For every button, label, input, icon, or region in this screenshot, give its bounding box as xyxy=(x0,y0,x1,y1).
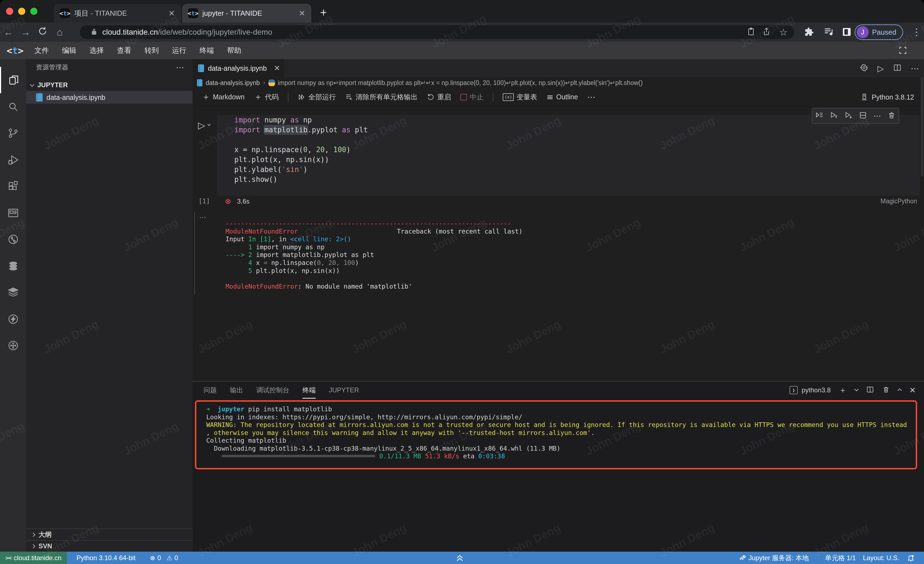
close-editor-tab-icon[interactable]: ✕ xyxy=(274,64,280,73)
menu-item-7[interactable]: 帮助 xyxy=(220,46,248,55)
extensions-puzzle-icon[interactable] xyxy=(804,27,814,38)
split-terminal-icon[interactable] xyxy=(866,386,874,394)
menu-item-6[interactable]: 终端 xyxy=(193,46,220,55)
database-icon[interactable] xyxy=(0,253,26,279)
layers-icon[interactable] xyxy=(0,279,26,306)
source-control-icon[interactable] xyxy=(0,120,26,146)
fullscreen-icon[interactable] xyxy=(899,46,907,56)
cell-more-icon[interactable]: ⋯ xyxy=(873,111,881,120)
breadcrumb[interactable]: data-analysis.ipynb › import numpy as np… xyxy=(192,77,924,88)
kill-terminal-icon[interactable] xyxy=(882,386,890,394)
oline: Input In [1], in <cell line: 2>() xyxy=(225,235,918,243)
home-icon[interactable]: ⌂ xyxy=(51,26,68,38)
extensions-icon[interactable] xyxy=(0,173,26,200)
run-all-button[interactable]: 全部运行 xyxy=(298,92,336,102)
jupyter-server-status[interactable]: Jupyter 服务器: 本地 xyxy=(739,552,809,564)
back-icon[interactable]: ← xyxy=(0,26,17,38)
reload-icon[interactable] xyxy=(34,26,51,38)
editor-tab-notebook[interactable]: data-analysis.ipynb ✕ xyxy=(192,59,284,77)
menu-item-2[interactable]: 选择 xyxy=(83,46,110,55)
terminal-output[interactable]: ➜ jupyter pip install matplotlibLooking … xyxy=(206,405,907,460)
browser-profile-button[interactable]: J Paused xyxy=(855,24,903,40)
close-window-button[interactable] xyxy=(6,8,13,15)
kernel-picker[interactable]: Python 3.8.12 xyxy=(860,88,914,106)
run-cells-below-icon[interactable] xyxy=(844,111,853,120)
cell-code-editor[interactable]: import numpy as npimport matplotlib.pypl… xyxy=(217,115,920,196)
panel-tab-2[interactable]: 调试控制台 xyxy=(256,382,289,399)
execution-count: [1] xyxy=(198,197,210,205)
svn-section[interactable]: SVN xyxy=(26,540,192,552)
remote-indicator[interactable]: >< cloud.titanide.cn xyxy=(0,552,67,564)
notebook-settings-gear-icon[interactable] xyxy=(860,63,868,73)
close-panel-icon[interactable]: ✕ xyxy=(909,386,916,395)
file-item-notebook[interactable]: data-analysis.ipynb xyxy=(26,91,192,104)
outline-button[interactable]: ≡ Outline xyxy=(546,92,578,102)
clear-outputs-button[interactable]: 清除所有单元格输出 xyxy=(345,92,417,102)
panel-tab-3[interactable]: 终端 xyxy=(303,382,316,399)
menu-item-1[interactable]: 编辑 xyxy=(55,46,83,55)
add-markdown-button[interactable]: ＋Markdown xyxy=(202,91,244,102)
keyboard-layout-status[interactable]: Layout: U.S. xyxy=(863,552,899,564)
cell-position-status[interactable]: 单元格 1/1 xyxy=(825,552,856,564)
gitlens-icon[interactable] xyxy=(0,226,26,253)
playlist-icon[interactable] xyxy=(824,27,834,38)
expand-panel-chevrons[interactable] xyxy=(455,552,465,564)
titanide-logo: <t> xyxy=(7,45,23,56)
restart-kernel-button[interactable]: 重启 xyxy=(427,92,451,102)
execute-cell-and-below-icon[interactable] xyxy=(815,111,824,120)
minimize-window-button[interactable] xyxy=(18,8,25,15)
browser-tab-jupyter[interactable]: <t> jupyter - TITANIDE ✕ xyxy=(182,4,311,23)
terminal-picker[interactable]: ❯ python3.8 xyxy=(789,386,831,394)
panel-tab-0[interactable]: 问题 xyxy=(204,382,217,399)
run-cell-button[interactable]: ▷ xyxy=(198,120,210,130)
problems-status[interactable]: ⊗ 0 ⚠ 0 xyxy=(150,552,178,564)
lightning-icon[interactable] xyxy=(0,306,26,332)
output-more-icon[interactable]: ⋯ xyxy=(199,213,207,222)
share-icon[interactable] xyxy=(763,27,770,37)
run-cells-above-icon[interactable] xyxy=(830,111,838,120)
side-panel-icon[interactable] xyxy=(842,27,851,38)
panel-tab-1[interactable]: 输出 xyxy=(230,382,243,399)
toolbar-more-icon[interactable]: ⋯ xyxy=(587,92,596,102)
zoom-window-button[interactable] xyxy=(30,8,38,15)
cell-language-mode[interactable]: MagicPython xyxy=(880,197,917,205)
outline-section[interactable]: 大纲 xyxy=(26,528,192,540)
address-bar[interactable]: cloud.titanide.cn /ide/web/coding/jupyte… xyxy=(80,25,794,39)
terminal-dropdown-icon[interactable] xyxy=(855,388,858,393)
new-tab-button[interactable]: + xyxy=(320,6,327,19)
panel-tab-4[interactable]: JUPYTER xyxy=(329,382,359,399)
explorer-section-jupyter[interactable]: JUPYTER xyxy=(26,79,192,91)
run-all-icon[interactable]: ▷ xyxy=(878,63,884,73)
browser-tab-project[interactable]: <t> 项目 - TITANIDE ✕ xyxy=(54,4,181,23)
remote-hub-icon[interactable] xyxy=(0,332,26,359)
new-terminal-icon[interactable]: ＋ xyxy=(839,385,847,396)
menu-item-3[interactable]: 查看 xyxy=(110,46,138,55)
delete-cell-icon[interactable] xyxy=(887,111,896,120)
split-editor-icon[interactable] xyxy=(893,63,902,73)
menu-item-0[interactable]: 文件 xyxy=(28,46,55,55)
add-code-button[interactable]: ＋代码 xyxy=(254,91,279,102)
explorer-more-icon[interactable]: ⋯ xyxy=(176,62,184,72)
python-interpreter-status[interactable]: Python 3.10.4 64-bit xyxy=(76,552,136,564)
profile-status: Paused xyxy=(872,28,896,37)
close-tab-icon[interactable]: ✕ xyxy=(299,9,305,18)
search-icon[interactable] xyxy=(0,93,26,120)
browser-menu-icon[interactable]: ⋮ xyxy=(912,26,921,38)
bookmark-star-icon[interactable]: ☆ xyxy=(779,27,788,38)
files-icon[interactable] xyxy=(0,67,26,93)
run-debug-icon[interactable] xyxy=(0,147,26,173)
split-cell-icon[interactable] xyxy=(859,111,867,120)
notifications-bell-icon[interactable] xyxy=(907,552,915,564)
menu-item-4[interactable]: 转到 xyxy=(138,46,165,55)
editor-more-icon[interactable]: ⋯ xyxy=(911,63,919,73)
preview-window-icon[interactable] xyxy=(0,200,26,226)
reading-list-icon[interactable] xyxy=(747,27,754,37)
close-tab-icon[interactable]: ✕ xyxy=(169,9,175,18)
variables-button[interactable]: (x) 变量表 xyxy=(503,92,537,102)
menu-item-5[interactable]: 运行 xyxy=(165,46,193,55)
activity-bar xyxy=(0,59,26,552)
maximize-panel-icon[interactable] xyxy=(898,387,901,393)
editor-scrollbar[interactable] xyxy=(921,77,924,176)
interrupt-button[interactable]: 中止 xyxy=(460,92,483,102)
forward-icon[interactable]: → xyxy=(17,26,34,38)
